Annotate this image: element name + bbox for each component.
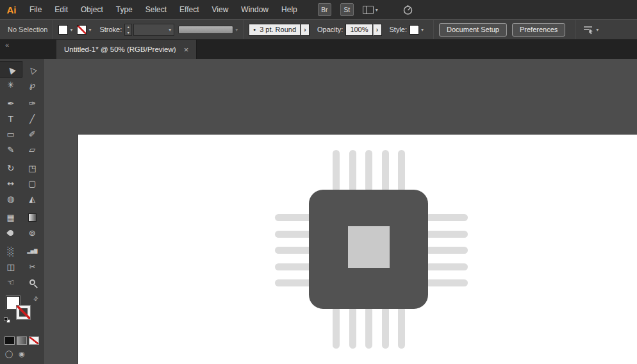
bridge-button[interactable]: Br [318,3,331,16]
draw-inside-icon[interactable]: ◉ [19,350,25,358]
chip-pin[interactable] [426,214,468,221]
mesh-tool[interactable]: ▦ [0,210,22,225]
separator [53,20,53,39]
menu-view[interactable]: View [206,0,235,19]
rectangle-tool[interactable]: ▭ [0,126,22,142]
chip-pin[interactable] [349,150,356,192]
gpu-performance-button[interactable] [402,4,413,15]
chip-center-pad[interactable] [348,226,390,268]
document-tab-strip: « Untitled-1* @ 50% (RGB/Preview) × [0,40,637,59]
hand-icon: ☜ [7,278,15,286]
brush-preset-value: 3 pt. Round [260,26,296,33]
chip-pins-bottom [333,306,405,349]
stroke-color-dropdown[interactable]: ▾ [77,25,91,35]
menu-edit[interactable]: Edit [48,0,74,19]
eyedropper-tool[interactable] [0,225,22,240]
collapse-panel-button[interactable]: « [5,41,9,49]
symbol-sprayer-tool[interactable]: ░ [0,244,22,259]
scale-tool[interactable]: ◳ [22,160,44,176]
chip-pin[interactable] [382,306,389,349]
pen-tool[interactable]: ✒ [0,95,22,111]
draw-normal-icon[interactable]: ◯ [5,350,13,358]
chip-pin[interactable] [333,306,340,349]
fill-color-dropdown[interactable]: ▾ [58,25,72,35]
free-transform-tool[interactable]: ▢ [22,176,44,191]
stepper-up-icon[interactable]: ▴ [125,24,131,30]
magic-wand-icon: ✳ [7,81,14,89]
chip-pin[interactable] [349,306,356,349]
blend-tool[interactable]: ⊚ [22,225,44,240]
gradient-tool[interactable] [22,210,44,225]
chip-pin[interactable] [365,150,372,192]
brush-definition-preview[interactable] [178,26,233,34]
illustrator-logo: Ai [0,4,23,15]
default-fill-stroke-icon[interactable] [4,317,10,323]
opacity-label[interactable]: Opacity: [317,26,343,33]
swap-fill-stroke-icon[interactable]: ⇄ [32,295,40,302]
menu-window[interactable]: Window [235,0,275,19]
pencil-tool[interactable]: ✎ [0,142,22,157]
menu-select[interactable]: Select [139,0,173,19]
document-tab-title: Untitled-1* @ 50% (RGB/Preview) [64,46,176,53]
slice-tool[interactable]: ✂ [22,259,44,274]
select-similar-dropdown[interactable]: ▾ [583,24,599,35]
paintbrush-tool[interactable]: ✐ [22,126,44,142]
artboard-icon: ◫ [7,263,15,271]
lasso-tool[interactable]: ℘ [22,77,44,92]
brush-preset-chevron[interactable]: › [301,24,310,36]
opacity-chevron[interactable]: › [373,24,382,36]
type-tool[interactable]: T [0,111,22,126]
menu-effect[interactable]: Effect [173,0,205,19]
curvature-tool[interactable]: ✑ [22,95,44,111]
shape-builder-tool[interactable]: ◍ [0,191,22,206]
chip-pin[interactable] [426,231,468,238]
gradient-mode-button[interactable] [17,336,27,345]
line-segment-icon: ╱ [29,115,35,123]
chip-pin[interactable] [382,150,389,192]
separator [575,20,576,39]
rotate-tool[interactable]: ↻ [0,160,22,176]
stroke-weight-stepper[interactable]: ▴ ▾ [124,24,132,36]
line-segment-tool[interactable]: ╱ [22,111,44,126]
menu-file[interactable]: File [23,0,48,19]
magic-wand-tool[interactable]: ✳ [0,77,22,92]
chip-pin[interactable] [333,150,340,192]
eraser-tool[interactable]: ▱ [22,142,44,157]
stroke-weight-combo[interactable]: ▾ [133,24,174,36]
profile-dot-icon: • [253,26,256,33]
color-mode-button[interactable] [4,336,15,345]
tools-panel: ▲ △ ✳ ℘ ✒ ✑ T ╱ ▭ ✐ ✎ ▱ ↻ ◳ ↔ ▢ ◍ ◭ ▦ ⊚ … [0,59,44,364]
artboard-tool[interactable]: ◫ [0,259,22,274]
close-icon[interactable]: × [184,45,189,54]
perspective-grid-tool[interactable]: ◭ [22,191,44,206]
stock-button[interactable]: St [340,3,354,16]
selection-tool[interactable]: ▲ [0,62,22,77]
draw-mode-buttons: ◯ ◉ [5,350,25,358]
chip-pin[interactable] [398,306,405,349]
document-setup-button[interactable]: Document Setup [439,23,507,37]
chip-pin[interactable] [398,150,405,192]
menu-object[interactable]: Object [74,0,110,19]
graphic-style-dropdown[interactable]: ▾ [410,25,424,35]
direct-selection-tool[interactable]: △ [22,62,44,77]
stroke-label: Stroke: [99,26,122,33]
none-mode-button[interactable] [29,336,39,345]
width-tool[interactable]: ↔ [0,176,22,191]
stroke-color-proxy[interactable] [17,306,30,319]
stepper-down-icon[interactable]: ▾ [125,29,131,35]
preferences-button[interactable]: Preferences [512,23,565,37]
variable-width-profile-combo[interactable]: • 3 pt. Round [249,24,301,36]
fill-stroke-widget: ⇄ [6,296,41,323]
opacity-value-combo[interactable]: 100% [345,24,372,36]
chip-pin[interactable] [365,306,372,349]
workspace-switcher[interactable]: ▾ [363,6,378,14]
document-tab[interactable]: Untitled-1* @ 50% (RGB/Preview) × [56,40,197,59]
chip-pin[interactable] [426,247,468,254]
zoom-tool[interactable] [22,274,44,290]
chip-pin[interactable] [426,263,468,270]
menu-type[interactable]: Type [110,0,139,19]
column-graph-tool[interactable]: ▂▅▇ [22,244,44,259]
hand-tool[interactable]: ☜ [0,274,22,290]
menu-help[interactable]: Help [275,0,304,19]
chip-pin[interactable] [426,279,468,286]
